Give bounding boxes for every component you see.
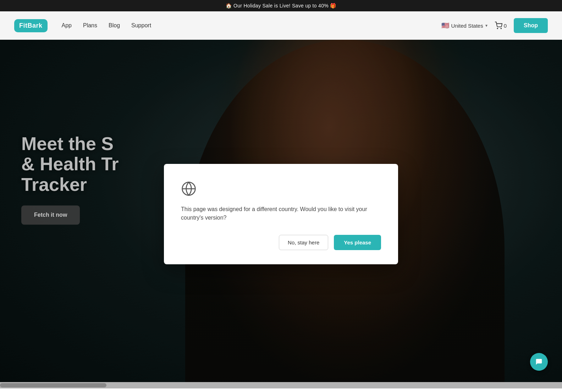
main-nav: App Plans Blog Support [62, 22, 441, 29]
modal-buttons: No, stay here Yes please [181, 235, 381, 250]
yes-please-button[interactable]: Yes please [334, 235, 381, 250]
country-label: United States [451, 23, 483, 29]
modal-overlay: This page was designed for a different c… [0, 40, 562, 388]
svg-point-0 [497, 28, 498, 29]
flag-icon: 🇺🇸 [441, 22, 449, 29]
country-selector[interactable]: 🇺🇸 United States ▾ [441, 22, 487, 29]
cart-count: 0 [504, 23, 507, 29]
svg-point-1 [501, 28, 501, 29]
country-modal: This page was designed for a different c… [164, 164, 398, 264]
cart-icon [495, 22, 502, 29]
modal-message: This page was designed for a different c… [181, 205, 381, 222]
header-right: 🇺🇸 United States ▾ 0 Shop [441, 18, 548, 33]
announcement-bar: 🏠 Our Holiday Sale is Live! Save up to 4… [0, 0, 562, 11]
cart-button[interactable]: 0 [495, 22, 507, 29]
nav-blog[interactable]: Blog [109, 22, 120, 29]
chevron-down-icon: ▾ [485, 23, 487, 28]
no-stay-button[interactable]: No, stay here [279, 235, 328, 250]
announcement-text: 🏠 Our Holiday Sale is Live! Save up to 4… [226, 3, 336, 9]
logo[interactable]: FitBark [14, 19, 48, 32]
nav-app[interactable]: App [62, 22, 72, 29]
header: FitBark App Plans Blog Support 🇺🇸 United… [0, 11, 562, 40]
globe-icon [181, 181, 197, 197]
nav-plans[interactable]: Plans [83, 22, 97, 29]
chat-button[interactable] [530, 353, 548, 371]
shop-button[interactable]: Shop [514, 18, 548, 33]
hero-section: Meet the S & Health Tr Tracker Fetch it … [0, 40, 562, 388]
chat-icon [535, 358, 543, 366]
nav-support[interactable]: Support [131, 22, 151, 29]
